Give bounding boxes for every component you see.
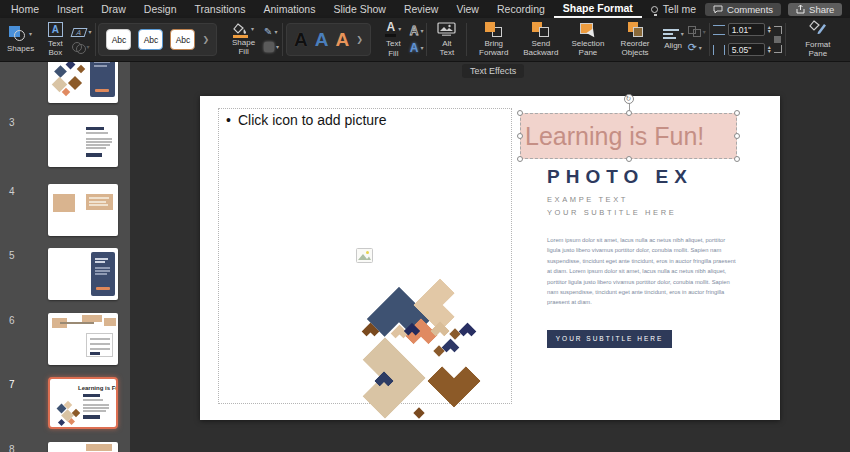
chevron-down-icon[interactable]: ▾ xyxy=(398,26,401,32)
thumbnail-slide-3[interactable] xyxy=(48,115,118,167)
format-pane-button[interactable]: Format Pane xyxy=(786,18,850,61)
shape-height-value: 1.01" xyxy=(732,25,752,35)
comments-button[interactable]: Comments xyxy=(705,3,781,16)
alt-text-button[interactable]: Alt Text xyxy=(427,18,466,61)
text-outline-button[interactable]: A ▾ xyxy=(410,25,424,37)
share-button[interactable]: Share xyxy=(788,3,842,16)
rotate-handle-icon[interactable]: ↻ xyxy=(624,94,634,104)
ribbon-divider xyxy=(282,23,283,56)
menu-animations[interactable]: Animations xyxy=(254,0,324,18)
send-backward-button[interactable]: Send Backward xyxy=(517,22,564,57)
chevron-down-icon[interactable]: ▾ xyxy=(681,31,684,37)
menu-draw[interactable]: Draw xyxy=(92,0,135,18)
height-stepper[interactable]: ▴▾ xyxy=(768,26,771,33)
shape-style-preset-3[interactable]: Abc xyxy=(170,29,195,50)
selection-handle-e[interactable] xyxy=(734,133,740,139)
shape-style-preset-2[interactable]: Abc xyxy=(138,29,163,50)
speech-bubble-icon xyxy=(713,5,723,14)
menu-tell-me[interactable]: Tell me xyxy=(642,0,705,18)
headline-text[interactable]: Learning is Fun! xyxy=(525,114,735,158)
rotate-objects-button[interactable]: ⟳ ▾ xyxy=(688,42,706,53)
rotate-arrow-icon: ⟳ xyxy=(688,42,697,53)
chevron-down-icon[interactable]: ▾ xyxy=(274,29,277,35)
menu-insert[interactable]: Insert xyxy=(48,0,92,18)
slide-editing-area[interactable]: •Click icon to add picture Learning is F… xyxy=(200,96,780,420)
text-effects-button[interactable]: A ▾ xyxy=(410,42,424,54)
chevron-down-icon[interactable]: ▾ xyxy=(420,28,423,34)
menubar: HomeInsertDrawDesignTransitionsAnimation… xyxy=(0,0,850,18)
slide-title[interactable]: PHOTO EX xyxy=(547,166,693,188)
decorative-diamond-shape[interactable] xyxy=(413,407,424,418)
shape-outline-button[interactable]: ✎ ▾ xyxy=(264,27,279,37)
menu-design[interactable]: Design xyxy=(135,0,186,18)
reorder-objects-button[interactable]: Reorder Objects xyxy=(612,22,659,57)
chevron-down-icon[interactable]: ▾ xyxy=(276,44,279,50)
thumbnail-slide-8[interactable] xyxy=(48,442,118,452)
shapes-button[interactable]: ▾ Shapes xyxy=(3,26,38,53)
shape-effects-button[interactable]: ▾ xyxy=(264,42,279,52)
bring-forward-button[interactable]: Bring Forward xyxy=(470,22,517,57)
lock-aspect-ratio-control[interactable] xyxy=(774,26,782,53)
menu-shape-format[interactable]: Shape Format xyxy=(554,0,642,18)
selection-handle-s[interactable] xyxy=(626,156,632,162)
menu-view[interactable]: View xyxy=(447,0,488,18)
chevron-down-icon[interactable]: ▾ xyxy=(88,29,91,35)
wordart-preset-orange[interactable]: A xyxy=(335,30,349,49)
align-label: Align xyxy=(664,41,682,50)
decorative-diamond-shape[interactable] xyxy=(441,338,459,356)
gallery-expand-icon[interactable]: ❯ xyxy=(202,35,209,44)
selection-handle-se[interactable] xyxy=(734,156,740,162)
shape-format-group: ▾ Shape Fill ✎ ▾ ▾ xyxy=(220,18,282,61)
wordart-preset-blue[interactable]: A xyxy=(315,30,329,49)
group-objects-button[interactable]: ▾ xyxy=(688,26,706,37)
thumbnail-slide-4[interactable] xyxy=(48,184,118,236)
thumbnail-number: 7 xyxy=(9,379,15,390)
selection-pane-button[interactable]: Selection Pane xyxy=(564,22,611,57)
shape-fill-button[interactable]: ▾ Shape Fill xyxy=(223,23,264,56)
selection-pane-icon xyxy=(579,22,596,37)
chevron-down-icon[interactable]: ▾ xyxy=(29,31,32,37)
shape-style-preset-1[interactable]: Abc xyxy=(106,29,131,50)
selection-handle-ne[interactable] xyxy=(734,110,740,116)
text-fill-label: Text Fill xyxy=(381,39,406,57)
menu-recording[interactable]: Recording xyxy=(488,0,554,18)
subtitle-button[interactable]: YOUR SUBTITLE HERE xyxy=(547,330,672,348)
slide-subtitle-2[interactable]: YOUR SUBTITLE HERE xyxy=(547,208,676,217)
thumbnail-slide-5[interactable] xyxy=(48,248,118,300)
selection-handle-w[interactable] xyxy=(517,133,523,139)
gallery-expand-icon[interactable]: ❯ xyxy=(356,35,363,44)
decorative-diamond-shape[interactable] xyxy=(449,328,460,339)
selection-handle-nw[interactable] xyxy=(517,110,523,116)
menu-review[interactable]: Review xyxy=(395,0,447,18)
decorative-diamond-shape[interactable] xyxy=(458,322,476,340)
text-fill-button[interactable]: A ▾ Text Fill xyxy=(377,21,410,57)
thumbnail-slide-7[interactable]: Learning is Fun! xyxy=(48,377,118,429)
wordart-preset-black[interactable]: A xyxy=(294,30,308,49)
selection-handle-sw[interactable] xyxy=(517,156,523,162)
chevron-down-icon[interactable]: ▾ xyxy=(703,29,706,35)
slide-body-text[interactable]: Lorem ipsum dolor sit amet, lacus nulla … xyxy=(547,235,739,308)
menu-slide-show[interactable]: Slide Show xyxy=(324,0,395,18)
align-button[interactable]: ▾ Align xyxy=(659,29,688,50)
shape-width-input[interactable]: 5.05" xyxy=(728,43,765,56)
merge-shapes-button[interactable]: ▾ xyxy=(72,42,91,52)
quick-styles-button[interactable]: A ▾ xyxy=(72,28,91,37)
thumbnail-slide-2[interactable] xyxy=(48,62,118,103)
decorative-diamond-shape[interactable] xyxy=(427,354,481,408)
chevron-down-icon[interactable]: ▾ xyxy=(251,26,254,32)
width-stepper[interactable]: ▴▾ xyxy=(768,46,771,53)
shape-insert-minicol: A ▾ ▾ xyxy=(72,28,91,52)
textbox-icon: A xyxy=(48,22,63,37)
shape-height-input[interactable]: 1.01" xyxy=(728,23,765,36)
thumbnail-slide-6[interactable] xyxy=(48,313,118,365)
menu-transitions[interactable]: Transitions xyxy=(185,0,254,18)
menu-home[interactable]: Home xyxy=(2,0,48,18)
chevron-down-icon[interactable]: ▾ xyxy=(699,45,702,51)
headline-textbox-selected[interactable]: Learning is Fun! ↻ xyxy=(520,113,737,159)
chevron-down-icon[interactable]: ▾ xyxy=(86,44,89,50)
text-box-button[interactable]: A Text Box xyxy=(38,22,72,57)
thumbnail-number: 4 xyxy=(9,186,15,197)
slide-subtitle-1[interactable]: EXAMPE TEXT xyxy=(547,195,628,204)
chevron-down-icon[interactable]: ▾ xyxy=(420,45,423,51)
selection-handle-n[interactable] xyxy=(626,110,632,116)
